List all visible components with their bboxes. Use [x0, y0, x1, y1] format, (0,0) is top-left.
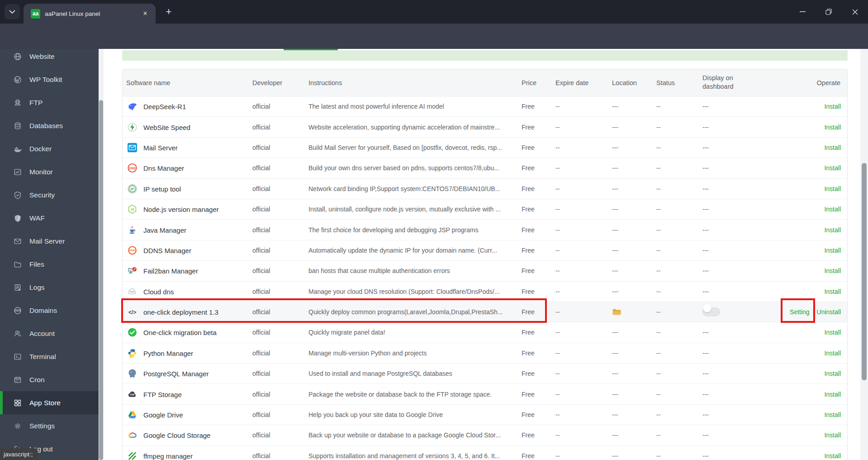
app-operate: Install	[824, 164, 841, 172]
page-scrollbar-thumb[interactable]	[862, 163, 867, 380]
sidebar-item-account[interactable]: Account	[0, 322, 99, 345]
install-link[interactable]: Install	[824, 350, 841, 357]
window-restore-button[interactable]	[816, 0, 842, 24]
app-expire-date: --	[555, 206, 560, 213]
app-operate: Install	[824, 391, 841, 398]
dns-icon: DNS	[128, 163, 137, 173]
sidebar-scrollbar[interactable]	[99, 49, 104, 460]
sidebar-item-ftp[interactable]: FTP	[0, 91, 99, 114]
app-status: --	[656, 185, 660, 192]
sidebar-item-label: Logs	[29, 283, 45, 292]
install-link[interactable]: Install	[824, 164, 841, 172]
app-status: --	[656, 247, 660, 254]
install-link[interactable]: Install	[824, 124, 841, 131]
install-link[interactable]: Install	[824, 431, 841, 439]
sidebar-item-monitor[interactable]: Monitor	[0, 160, 99, 183]
table-row-fail2ban-manager: Fail2ban Manager official ban hosts that…	[123, 261, 847, 281]
app-price: Free	[522, 350, 535, 357]
screen: aa aaPanel Linux panel × +	[0, 0, 868, 460]
table-row-one-click-deployment-1-3: </> one-click deployment 1.3 official Qu…	[123, 302, 847, 322]
table-row-node-js-version-manager: JS Node.js version manager official Inst…	[123, 199, 847, 220]
app-expire-date: --	[555, 103, 560, 110]
window-close-button[interactable]	[842, 0, 868, 24]
sidebar-item-waf[interactable]: WAF	[0, 206, 99, 230]
wp-toolkit-icon	[14, 76, 22, 84]
app-display-on-dashboard: ---	[702, 411, 709, 418]
app-price: Free	[522, 267, 535, 274]
sidebar-item-app-store[interactable]: App Store	[0, 391, 99, 414]
table-row-ddns-manager: DDNS DDNS Manager official Automatically…	[123, 240, 847, 261]
install-link[interactable]: Install	[824, 144, 841, 151]
sidebar-item-docker[interactable]: Docker	[0, 137, 99, 160]
app-operate: Install	[824, 267, 841, 274]
install-link[interactable]: Install	[824, 247, 841, 254]
app-expire-date: --	[555, 185, 560, 192]
mail-icon	[14, 237, 22, 245]
app-name: Java Manager	[143, 226, 186, 234]
sidebar-item-terminal[interactable]: Terminal	[0, 345, 99, 368]
app-display-on-dashboard: ---	[702, 431, 709, 439]
app-price: Free	[522, 288, 535, 295]
page-scrollbar[interactable]	[860, 49, 868, 460]
app-status: --	[656, 391, 660, 398]
app-operate: Install	[824, 370, 841, 377]
sidebar-item-security[interactable]: Security	[0, 183, 99, 206]
toggle-off-switch[interactable]	[702, 308, 720, 316]
install-link[interactable]: Install	[824, 452, 841, 460]
app-status: --	[656, 370, 660, 377]
sidebar-item-logs[interactable]: Logs	[0, 276, 99, 299]
app-price: Free	[522, 431, 535, 439]
migration-icon	[128, 328, 137, 337]
install-link[interactable]: Install	[824, 185, 841, 192]
app-price: Free	[522, 391, 535, 398]
domains-icon: WWW	[14, 307, 22, 315]
app-name: One-click migration beta	[143, 329, 217, 336]
uninstall-link[interactable]: Uninstall	[816, 308, 841, 316]
sidebar-item-mail-server[interactable]: Mail Server	[0, 230, 99, 253]
tab-close-button[interactable]: ×	[140, 9, 150, 19]
install-link[interactable]: Install	[824, 288, 841, 295]
install-link[interactable]: Install	[824, 267, 841, 274]
tab-search-button[interactable]	[5, 4, 20, 19]
sidebar-scrollbar-thumb[interactable]	[99, 100, 103, 460]
install-link[interactable]: Install	[824, 103, 841, 110]
sidebar-item-cron[interactable]: Cron	[0, 368, 99, 391]
browser-tab[interactable]: aa aaPanel Linux panel ×	[24, 4, 156, 24]
website-speed-icon	[128, 122, 137, 132]
app-operate: Install	[824, 411, 841, 418]
ddns-icon: DDNS	[128, 245, 137, 255]
sidebar-item-files[interactable]: Files	[0, 253, 99, 276]
sidebar-item-label: Domains	[29, 307, 57, 315]
sidebar-item-domains[interactable]: WWW Domains	[0, 299, 99, 322]
new-tab-button[interactable]: +	[162, 5, 175, 19]
folder-icon[interactable]	[612, 307, 621, 316]
install-link[interactable]: Install	[824, 206, 841, 213]
app-status: --	[656, 164, 660, 172]
svg-text:DDNS: DDNS	[129, 249, 135, 252]
install-link[interactable]: Install	[824, 391, 841, 398]
website-icon	[14, 53, 22, 61]
app-name: DDNS Manager	[143, 246, 191, 254]
sidebar-item-website[interactable]: Website	[0, 49, 99, 68]
app-instructions: Help you back up your site data to Googl…	[308, 411, 443, 418]
app-operate: Install	[824, 329, 841, 336]
app-developer: official	[252, 124, 270, 131]
app-display-on-dashboard: ---	[702, 164, 709, 172]
table-row-one-click-migration-beta: One-click migration beta official Quickl…	[123, 322, 847, 343]
logs-icon	[14, 283, 22, 292]
install-link[interactable]: Install	[824, 411, 841, 418]
install-link[interactable]: Install	[824, 226, 841, 234]
setting-link[interactable]: Setting	[790, 308, 810, 316]
app-expire-date: --	[555, 124, 560, 131]
sidebar-item-label: WP Toolkit	[29, 76, 62, 84]
window-minimize-button[interactable]	[789, 0, 816, 24]
table-header: Software name Developer Instructions Pri…	[123, 69, 847, 96]
sidebar-item-wp-toolkit[interactable]: WP Toolkit	[0, 68, 99, 91]
install-link[interactable]: Install	[824, 370, 841, 377]
sidebar-item-settings[interactable]: Settings	[0, 414, 99, 437]
install-link[interactable]: Install	[824, 329, 841, 336]
sidebar-item-databases[interactable]: Databases	[0, 114, 99, 137]
app-operate: Install	[824, 247, 841, 254]
fail2ban-icon	[128, 266, 137, 276]
app-location: ---	[612, 247, 618, 254]
